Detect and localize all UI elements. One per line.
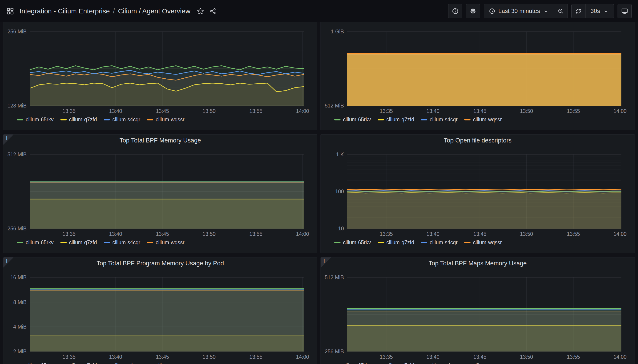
- svg-text:13:45: 13:45: [473, 354, 486, 360]
- legend-series-label: cilium-q7zfd: [386, 240, 414, 246]
- svg-text:14:00: 14:00: [296, 231, 309, 237]
- panel-info-corner[interactable]: i: [4, 258, 14, 268]
- legend-series-marker: [334, 119, 340, 120]
- svg-text:13:55: 13:55: [249, 108, 262, 114]
- legend-series-marker: [421, 242, 427, 243]
- legend-item[interactable]: cilium-65rkv: [17, 362, 54, 364]
- svg-text:1 GiB: 1 GiB: [331, 29, 344, 34]
- legend-series-marker: [378, 119, 384, 120]
- panel-title[interactable]: Top Total BPF Program Memory Usage by Po…: [96, 258, 224, 269]
- legend-series-marker: [60, 119, 66, 120]
- legend-item[interactable]: cilium-q7zfd: [60, 116, 97, 123]
- panel-info-corner[interactable]: i: [4, 134, 14, 144]
- legend-item[interactable]: cilium-wqssr: [147, 116, 184, 123]
- svg-text:2 MiB: 2 MiB: [13, 348, 26, 354]
- legend-item[interactable]: cilium-q7zfd: [60, 240, 97, 246]
- svg-text:14:00: 14:00: [296, 108, 309, 114]
- legend-item[interactable]: cilium-wqssr: [147, 362, 184, 364]
- legend-item[interactable]: cilium-wqssr: [464, 362, 502, 364]
- refresh-group: 30s: [572, 4, 614, 18]
- legend-item[interactable]: cilium-s4cqr: [104, 362, 140, 364]
- panel-header[interactable]: Top Total BPF Program Memory Usage by Po…: [4, 258, 317, 269]
- panel-bpf-program-memory-by-pod: Top Total BPF Program Memory Usage by Po…: [3, 257, 317, 364]
- legend-item[interactable]: cilium-s4cqr: [421, 240, 458, 246]
- svg-text:13:40: 13:40: [109, 108, 122, 114]
- legend-item[interactable]: cilium-wqssr: [147, 240, 184, 246]
- breadcrumb-dashboard[interactable]: Cilium / Agent Overview: [118, 7, 190, 15]
- legend-item[interactable]: cilium-q7zfd: [378, 362, 414, 364]
- legend-series-label: cilium-65rkv: [26, 240, 54, 246]
- time-series-chart[interactable]: 13:3513:4013:4513:5013:5514:00512 MiB256…: [324, 269, 632, 360]
- monitor-icon: [621, 8, 628, 14]
- legend-item[interactable]: cilium-q7zfd: [378, 240, 414, 246]
- svg-text:13:50: 13:50: [520, 231, 533, 237]
- panel-row1-right: i 13:3513:4013:4513:5013:5514:001 GiB512…: [320, 11, 635, 130]
- panel-bpf-memory-usage: Top Total BPF Memory Usage i 13:3513:401…: [3, 134, 317, 253]
- zoom-out-button[interactable]: [554, 4, 568, 18]
- legend-series-marker: [17, 119, 23, 120]
- legend-item[interactable]: cilium-65rkv: [334, 362, 371, 364]
- svg-text:128 MiB: 128 MiB: [8, 103, 26, 108]
- legend-item[interactable]: cilium-s4cqr: [421, 116, 458, 123]
- svg-text:13:50: 13:50: [202, 231, 216, 237]
- legend-item[interactable]: cilium-q7zfd: [60, 362, 97, 364]
- svg-text:13:40: 13:40: [109, 354, 122, 360]
- legend-item[interactable]: cilium-q7zfd: [378, 116, 414, 123]
- panel-info-corner[interactable]: i: [321, 258, 331, 268]
- share-icon[interactable]: [210, 8, 216, 14]
- legend-item[interactable]: cilium-wqssr: [464, 116, 502, 123]
- legend-item[interactable]: cilium-s4cqr: [104, 240, 140, 246]
- svg-text:16 MiB: 16 MiB: [10, 274, 26, 280]
- legend-series-marker: [464, 242, 470, 243]
- time-series-chart[interactable]: 13:3513:4013:4513:5013:5514:0016 MiB8 Mi…: [6, 269, 314, 360]
- svg-text:13:35: 13:35: [380, 108, 393, 114]
- svg-text:14:00: 14:00: [296, 354, 309, 360]
- time-range-label: Last 30 minutes: [498, 8, 540, 14]
- svg-text:13:50: 13:50: [202, 108, 216, 114]
- legend-item[interactable]: cilium-65rkv: [17, 240, 54, 246]
- dashboard-info-button[interactable]: [448, 4, 462, 18]
- panel-header[interactable]: Top Total BPF Maps Memory Usage: [321, 258, 634, 269]
- panel-title[interactable]: Top Total BPF Memory Usage: [120, 134, 201, 146]
- breadcrumb: Integration - Cilium Enterprise / Cilium…: [20, 7, 190, 15]
- panel-title[interactable]: Top Open file descriptors: [444, 134, 512, 146]
- svg-text:13:55: 13:55: [567, 108, 580, 114]
- legend-series-label: cilium-wqssr: [156, 240, 184, 246]
- chart-legend: cilium-65rkvcilium-q7zfdcilium-s4cqrcili…: [6, 114, 314, 125]
- refresh-button[interactable]: [572, 4, 586, 18]
- legend-item[interactable]: cilium-65rkv: [17, 116, 54, 123]
- svg-text:256 MiB: 256 MiB: [325, 348, 344, 354]
- time-range-button[interactable]: Last 30 minutes: [484, 4, 554, 18]
- legend-item[interactable]: cilium-65rkv: [334, 116, 371, 123]
- time-series-chart[interactable]: 13:3513:4013:4513:5013:5514:00512 MiB256…: [6, 146, 314, 238]
- svg-text:256 MiB: 256 MiB: [8, 226, 26, 232]
- legend-item[interactable]: cilium-s4cqr: [421, 362, 458, 364]
- legend-series-label: cilium-65rkv: [26, 362, 54, 364]
- svg-text:512 MiB: 512 MiB: [8, 152, 26, 158]
- svg-text:13:50: 13:50: [520, 108, 533, 114]
- dashboard-settings-button[interactable]: [466, 4, 480, 18]
- legend-series-label: cilium-65rkv: [26, 116, 54, 123]
- legend-item[interactable]: cilium-65rkv: [334, 240, 371, 246]
- panel-header[interactable]: Top Total BPF Memory Usage: [4, 134, 317, 146]
- legend-series-label: cilium-s4cqr: [430, 362, 458, 364]
- chart-legend: cilium-65rkvcilium-q7zfdcilium-s4cqrcili…: [324, 114, 632, 125]
- panel-row1-left: i 13:3513:4013:4513:5013:5514:00256 MiB1…: [3, 11, 317, 130]
- svg-text:14:00: 14:00: [614, 354, 627, 360]
- legend-series-label: cilium-q7zfd: [69, 362, 97, 364]
- kiosk-mode-button[interactable]: [618, 4, 632, 18]
- legend-item[interactable]: cilium-s4cqr: [104, 116, 140, 123]
- panel-header[interactable]: Top Open file descriptors: [321, 134, 634, 146]
- time-series-chart[interactable]: 13:3513:4013:4513:5013:5514:001 K10010: [324, 146, 632, 238]
- svg-text:13:45: 13:45: [473, 108, 486, 114]
- time-series-chart[interactable]: 13:3513:4013:4513:5013:5514:001 GiB512 M…: [324, 23, 632, 115]
- svg-text:512 MiB: 512 MiB: [325, 274, 344, 280]
- favorite-star-icon[interactable]: [197, 8, 204, 15]
- time-series-chart[interactable]: 13:3513:4013:4513:5013:5514:00256 MiB128…: [6, 23, 314, 115]
- refresh-interval-dropdown[interactable]: 30s: [585, 4, 614, 18]
- svg-text:13:35: 13:35: [62, 354, 76, 360]
- apps-menu-icon[interactable]: [6, 7, 14, 15]
- panel-title[interactable]: Top Total BPF Maps Memory Usage: [429, 258, 527, 269]
- legend-item[interactable]: cilium-wqssr: [464, 240, 502, 246]
- breadcrumb-folder[interactable]: Integration - Cilium Enterprise: [20, 7, 110, 15]
